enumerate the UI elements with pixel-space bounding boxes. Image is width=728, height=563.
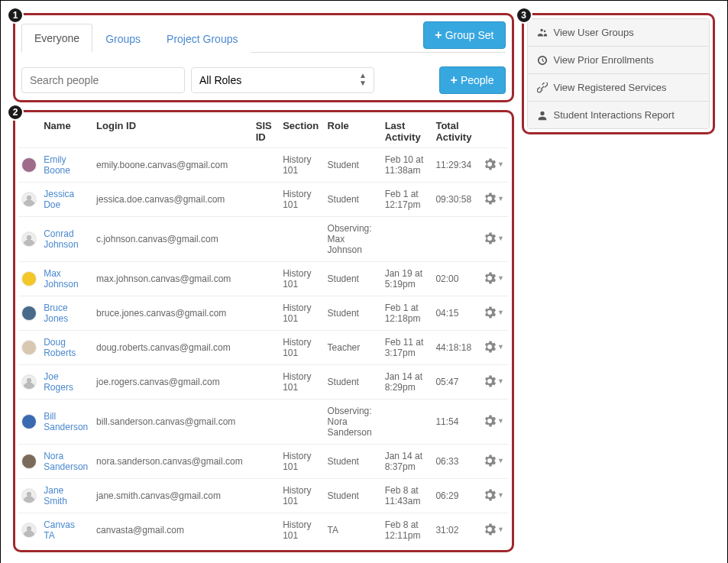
section: History 101	[280, 148, 324, 183]
last-activity: Jan 14 at 8:37pm	[382, 445, 433, 479]
people-table-panel: 2 Name Login ID SIS ID Section Ro	[13, 110, 514, 552]
login-id: joe.rogers.canvas@gmail.com	[93, 365, 253, 400]
row-actions-menu[interactable]: ▼	[484, 272, 504, 284]
user-name-link[interactable]: NoraSanderson	[44, 451, 88, 472]
chevron-down-icon: ▼	[497, 160, 504, 168]
avatar	[21, 523, 37, 538]
role: Observing: Max Johnson	[325, 217, 382, 262]
user-name-link[interactable]: DougRoberts	[44, 337, 76, 358]
col-role: Role	[325, 115, 382, 148]
row-actions-menu[interactable]: ▼	[484, 341, 504, 353]
row-actions-menu[interactable]: ▼	[484, 455, 504, 467]
user-name-link[interactable]: BillSanderson	[44, 411, 88, 432]
table-row: MaxJohnsonmax.johnson.canvas@gmail.comHi…	[18, 262, 509, 296]
col-login: Login ID	[93, 115, 253, 148]
search-people-input[interactable]	[21, 67, 185, 93]
sis-id	[253, 400, 280, 445]
sidebar-item-view-registered-services[interactable]: View Registered Services	[528, 74, 709, 102]
callout-badge-2: 2	[7, 104, 24, 121]
user-name-link[interactable]: BruceJones	[44, 303, 68, 324]
col-last-activity: Last Activity	[382, 115, 433, 148]
chevron-down-icon: ▼	[497, 377, 504, 385]
sis-id	[253, 183, 280, 217]
row-actions-menu[interactable]: ▼	[484, 193, 504, 205]
col-sis: SIS ID	[253, 115, 280, 148]
role-filter-select[interactable]: All Roles	[191, 67, 374, 93]
user-name-link[interactable]: MaxJohnson	[44, 268, 78, 290]
sidebar-item-view-user-groups[interactable]: View User Groups	[528, 19, 709, 47]
table-row: ConradJohnsonc.johnson.canvas@gmail.comO…	[18, 217, 509, 262]
callout-badge-1: 1	[7, 7, 24, 24]
total-activity: 02:00	[432, 262, 480, 296]
last-activity: Feb 1 at 12:17pm	[382, 183, 433, 217]
section: History 101	[280, 331, 324, 365]
sis-id	[253, 217, 280, 262]
user-name-link[interactable]: ConradJohnson	[44, 228, 78, 250]
add-people-button[interactable]: + People	[439, 66, 506, 94]
chevron-down-icon: ▼	[497, 309, 504, 316]
sidebar-item-label: View Prior Enrollments	[554, 54, 654, 66]
table-row: BillSandersonbill.sanderson.canvas@gmail…	[18, 400, 509, 445]
avatar	[21, 231, 37, 247]
last-activity: Feb 8 at 12:11pm	[382, 513, 433, 548]
tab-project-groups[interactable]: Project Groups	[154, 24, 251, 53]
login-id: emily.boone.canvas@gmail.com	[93, 148, 253, 183]
chevron-down-icon: ▼	[497, 343, 504, 351]
user-name-link[interactable]: JoeRogers	[44, 371, 73, 393]
login-id: max.johnson.canvas@gmail.com	[93, 262, 253, 296]
total-activity: 04:15	[432, 296, 480, 331]
sidebar-panel: 3 View User Groups View Prior Enrollment…	[522, 13, 715, 134]
avatar	[21, 488, 37, 503]
chevron-down-icon: ▼	[497, 457, 504, 464]
people-button-label: People	[461, 74, 494, 86]
sis-id	[253, 479, 280, 513]
section: History 101	[280, 365, 324, 400]
role: Teacher	[325, 331, 382, 365]
col-name: Name	[40, 115, 93, 148]
row-actions-menu[interactable]: ▼	[484, 415, 504, 427]
login-id: bill.sanderson.canvas@gmail.com	[93, 400, 253, 445]
login-id: c.johnson.canvas@gmail.com	[93, 217, 253, 262]
table-row: BruceJonesbruce.jones.canvas@gmail.comHi…	[18, 296, 509, 331]
login-id: jessica.doe.canvas@gmail.com	[93, 183, 253, 217]
col-total-activity: Total Activity	[432, 115, 480, 148]
section	[280, 217, 324, 262]
login-id: nora.sanderson.canvas@gmail.com	[93, 445, 253, 479]
login-id: bruce.jones.canvas@gmail.com	[93, 296, 253, 331]
row-actions-menu[interactable]: ▼	[484, 523, 504, 535]
total-activity	[432, 217, 480, 262]
user-name-link[interactable]: EmilyBoone	[44, 154, 70, 176]
total-activity: 06:33	[432, 445, 480, 479]
tab-groups[interactable]: Groups	[92, 24, 154, 53]
callout-badge-3: 3	[516, 7, 532, 24]
people-controls-panel: 1 Everyone Groups Project Groups + Group…	[13, 13, 514, 102]
total-activity: 11:29:34	[432, 148, 480, 183]
user-name-link[interactable]: CanvasTA	[44, 519, 75, 541]
table-row: JoeRogersjoe.rogers.canvas@gmail.comHist…	[18, 365, 509, 400]
section: History 101	[280, 183, 324, 217]
total-activity: 11:54	[432, 400, 480, 445]
sidebar-item-view-prior-enrollments[interactable]: View Prior Enrollments	[528, 47, 709, 74]
role: Observing: Nora Sanderson	[325, 400, 382, 445]
user-name-link[interactable]: JessicaDoe	[44, 189, 74, 210]
sidebar-item-student-interactions-report[interactable]: Student Interactions Report	[528, 102, 709, 128]
login-id: jane.smith.canvas@gmail.com	[93, 479, 253, 513]
row-actions-menu[interactable]: ▼	[484, 158, 504, 170]
last-activity: Feb 1 at 12:18pm	[382, 296, 433, 331]
role: Student	[325, 365, 382, 400]
link-icon	[537, 83, 548, 93]
row-actions-menu[interactable]: ▼	[484, 306, 504, 319]
row-actions-menu[interactable]: ▼	[484, 489, 504, 501]
user-name-link[interactable]: JaneSmith	[44, 485, 67, 506]
tab-everyone[interactable]: Everyone	[21, 24, 92, 53]
chevron-down-icon: ▼	[497, 491, 504, 499]
sidebar-item-label: View Registered Services	[554, 82, 667, 93]
add-group-set-button[interactable]: + Group Set	[423, 21, 505, 49]
sis-id	[253, 296, 280, 331]
avatar	[21, 454, 37, 469]
last-activity: Feb 8 at 11:43am	[382, 479, 433, 513]
row-actions-menu[interactable]: ▼	[484, 375, 504, 387]
chevron-down-icon: ▼	[497, 235, 504, 242]
row-actions-menu[interactable]: ▼	[484, 232, 504, 244]
role: TA	[325, 513, 382, 548]
